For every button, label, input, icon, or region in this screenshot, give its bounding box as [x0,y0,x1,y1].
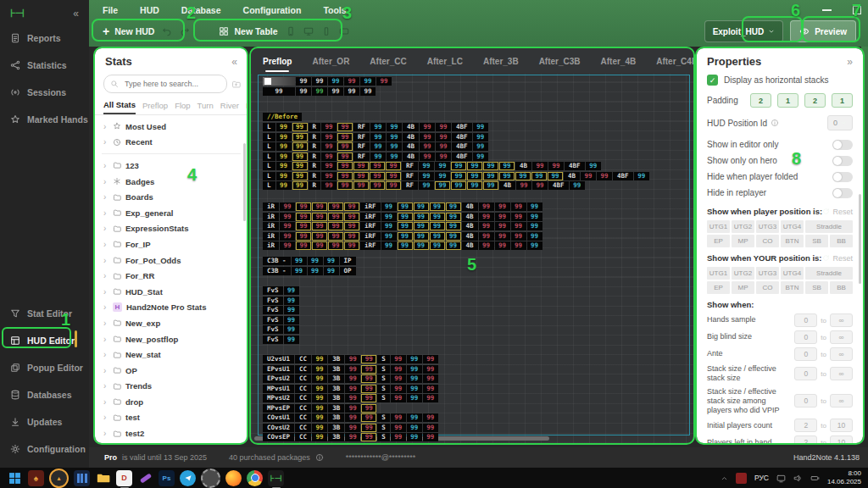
stat-cell[interactable]: R [309,142,321,151]
stat-cell[interactable]: 99 [634,172,649,180]
stat-cell[interactable]: 99 [360,87,376,96]
stat-cell[interactable]: 99 [344,77,359,86]
stat-cell[interactable]: CC [295,365,311,374]
stat-cell[interactable]: 99 [467,172,482,180]
tray-app-icon[interactable] [736,473,747,484]
stat-cell[interactable]: 4B [462,222,478,230]
columns-app-icon[interactable] [74,470,90,486]
stat-cell[interactable]: 4B [403,123,419,131]
stat-cell[interactable]: 99 [407,424,422,432]
stat-cell[interactable]: 99 [328,202,343,211]
stat-cell[interactable]: 99 [321,123,337,131]
stat-cell[interactable]: 3B [328,404,344,413]
range-to-input[interactable]: 10 [830,435,853,443]
stat-cell[interactable]: CC [295,355,311,363]
stat-cell[interactable]: 99 [532,162,548,170]
position-button-mp[interactable]: MP [732,235,754,247]
canvas-tab-after-c4b[interactable]: After_C4B [656,57,693,66]
stat-cell[interactable]: 99 [280,232,295,241]
stat-cell[interactable]: 99 [370,162,385,170]
menu-file[interactable]: File [103,5,118,15]
sidebar-item-reports[interactable]: Reports [0,25,89,52]
position-button-utg2[interactable]: UTG2 [732,267,754,280]
stat-cell[interactable]: L [263,142,275,151]
stat-cell[interactable]: //Before [263,113,302,121]
redo-icon[interactable] [180,26,190,36]
stat-cell[interactable]: 99 [398,241,413,250]
stat-cell[interactable]: 99 [495,222,510,230]
stat-cell[interactable]: 4B [403,152,419,161]
stat-cell[interactable]: CC [295,404,311,413]
stat-cell[interactable]: 99 [446,241,461,250]
position-button-utg4[interactable]: UTG4 [781,267,804,280]
stat-cell[interactable]: IP [340,257,356,265]
stat-cell[interactable]: 99 [328,241,343,250]
speaker-icon[interactable] [793,474,803,483]
new-hud-button[interactable]: + New HUD [103,25,154,37]
stat-cell[interactable]: L [263,162,275,170]
stat-cell[interactable]: 99 [414,222,429,230]
language-indicator[interactable]: РУС [754,474,769,482]
stat-cell[interactable]: 99 [344,202,359,211]
stat-cell[interactable]: U2vsU1 [263,355,294,363]
stat-cell[interactable]: 99 [479,222,494,230]
stat-cell[interactable]: 99 [324,267,339,275]
position-button-utg1[interactable]: UTG1 [707,267,730,280]
stats-group-drop[interactable]: ›drop [95,394,248,410]
stat-cell[interactable]: 4BF [452,123,472,131]
stat-cell[interactable]: 99 [312,433,327,441]
stat-cell[interactable]: S [377,385,390,393]
stat-cell[interactable]: FvS [263,306,283,314]
stat-cell[interactable]: 99 [296,202,311,211]
stats-group-hand2note-pro-stats[interactable]: ›HHand2Note Pro Stats [95,300,248,316]
stat-cell[interactable]: 99 [436,152,451,161]
stat-cell[interactable]: S [377,424,390,432]
stat-cell[interactable]: RF [353,123,370,131]
toggle-hide-when-player-folded[interactable] [832,172,853,182]
stat-cell[interactable]: 99 [511,222,526,230]
stat-cell[interactable]: 99 [292,181,308,190]
stat-cell[interactable]: 99 [398,213,413,221]
sidebar-item-sessions[interactable]: Sessions [0,79,89,106]
stat-cell[interactable]: 99 [312,87,327,96]
stat-cell[interactable]: 99 [387,152,402,161]
stat-cell[interactable]: CC [295,424,311,432]
stat-cell[interactable]: RF [402,162,418,170]
stat-cell[interactable]: 99 [345,433,360,441]
stat-cell[interactable]: 99 [391,355,406,363]
stat-cell[interactable]: 99 [451,181,466,190]
stat-cell[interactable]: 99 [276,133,292,141]
stat-cell[interactable]: 99 [430,241,445,250]
stats-tab-raise[interactable]: Raise [246,101,248,114]
reset-your-position-button[interactable]: Reset [822,254,853,263]
stat-cell[interactable]: 99 [361,394,376,402]
stat-cell[interactable]: 99 [312,424,327,432]
stat-cell[interactable]: 99 [515,172,531,180]
stat-cell[interactable]: 99 [328,87,343,96]
poker-app-icon[interactable]: ♠ [28,470,44,486]
stat-cell[interactable]: 99 [337,133,353,141]
stat-cell[interactable]: 99 [391,413,406,422]
stat-cell[interactable]: 99 [446,222,461,230]
stat-cell[interactable]: 99 [321,162,337,170]
stat-cell[interactable]: 99 [292,172,308,180]
stat-cell[interactable]: 99 [370,181,385,190]
stat-cell[interactable]: R [309,123,321,131]
stat-cell[interactable]: 99 [312,413,327,422]
stat-cell[interactable]: S [377,394,390,402]
stat-cell[interactable]: 99 [312,404,327,413]
stat-cell[interactable]: 99 [361,424,376,432]
stat-cell[interactable]: C3B - [263,267,291,275]
stat-cell[interactable] [263,77,295,86]
stat-cell[interactable]: 99 [511,213,526,221]
stat-cell[interactable]: 99 [473,142,488,151]
menu-hud[interactable]: HUD [140,5,159,15]
canvas-tab-after-3b[interactable]: After_3B [483,57,519,66]
stat-cell[interactable]: 99 [312,213,327,221]
position-button-utg3[interactable]: UTG3 [756,267,779,280]
stat-cell[interactable]: CC [295,385,311,393]
stat-cell[interactable]: 99 [328,232,343,241]
stat-cell[interactable]: 99 [276,142,292,151]
feather-app-icon[interactable] [137,470,153,486]
stat-cell[interactable]: COvsU1 [263,413,294,422]
